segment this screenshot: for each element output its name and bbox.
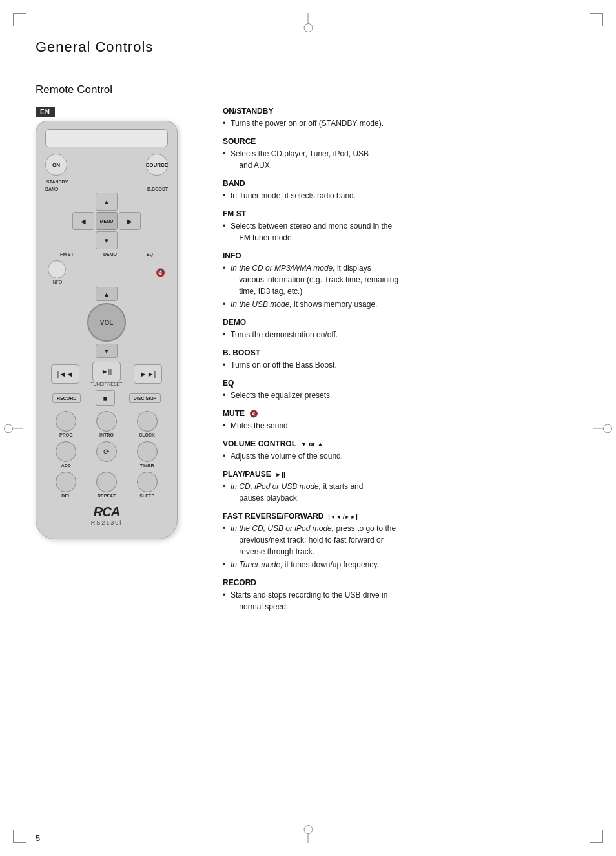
prog-button[interactable] xyxy=(56,411,76,432)
vol-up-button[interactable]: ▲ xyxy=(96,287,118,301)
desc-heading-demo: DEMO xyxy=(223,318,580,327)
desc-body-bboost: Turns on or off the Bass Boost. xyxy=(223,359,580,371)
desc-item: In Tuner mode, it tunes down/up frequenc… xyxy=(223,559,580,570)
info-button[interactable] xyxy=(48,260,66,278)
intro-btn-group: INTRO xyxy=(88,411,125,437)
desc-on-standby: ON/STANDBY Turns the power on or off (ST… xyxy=(223,107,580,129)
bottom-center-mark xyxy=(308,833,309,843)
del-btn-group: DEL xyxy=(48,472,85,498)
nav-right-button[interactable]: ▶ xyxy=(119,212,141,230)
desc-item: Turns on or off the Bass Boost. xyxy=(223,359,580,371)
top-center-mark xyxy=(308,13,309,23)
desc-body-playpause: In CD, iPod or USB mode, it starts and p… xyxy=(223,481,580,504)
nav-section: BAND B.BOOST ▲ ◀ MENU ▶ ▼ xyxy=(45,187,168,249)
desc-body-fastfwd: In the CD, USB or iPod mode, press to go… xyxy=(223,523,580,570)
en-badge: EN xyxy=(36,107,55,117)
nav-up-button[interactable]: ▲ xyxy=(96,193,118,211)
desc-volume: VOLUME CONTROL ▼ or ▲ Adjusts the volume… xyxy=(223,439,580,462)
desc-heading-record: RECORD xyxy=(223,578,580,587)
vol-knob[interactable]: VOL xyxy=(87,303,126,342)
tune-label: TUNE/PRESET xyxy=(90,382,122,386)
desc-body-demo: Turns the demonstration on/off. xyxy=(223,329,580,340)
clock-button[interactable] xyxy=(137,411,158,432)
desc-item: In the CD or MP3/WMA mode, it displays v… xyxy=(223,262,580,297)
desc-item: Turns the demonstration on/off. xyxy=(223,329,580,340)
disc-skip-button[interactable]: DISC SKIP xyxy=(129,393,161,403)
on-button[interactable]: ON xyxy=(45,154,67,176)
desc-heading-fastfwd: FAST REVERSE/FORWARD |◄◄ /►►| xyxy=(223,512,580,521)
desc-fastfwd: FAST REVERSE/FORWARD |◄◄ /►►| In the CD,… xyxy=(223,512,580,570)
playpause-btn-group: ►|| TUNE/PRESET xyxy=(90,362,122,386)
desc-body-band: In Tuner mode, it selects radio band. xyxy=(223,190,580,202)
nav-down-button[interactable]: ▼ xyxy=(96,231,118,249)
nav-empty-bl xyxy=(72,231,94,249)
record-button[interactable]: RECORD xyxy=(52,393,81,403)
rca-logo: RCA RS2130i xyxy=(45,505,168,526)
desc-item: Mutes the sound. xyxy=(223,420,580,432)
desc-item: Selects the equalizer presets. xyxy=(223,390,580,401)
stop-button[interactable]: ■ xyxy=(96,390,115,406)
right-center-mark xyxy=(593,428,603,428)
desc-demo: DEMO Turns the demonstration on/off. xyxy=(223,318,580,340)
desc-heading-playpause: PLAY/PAUSE ►|| xyxy=(223,470,580,479)
desc-heading-mute: MUTE 🔇 xyxy=(223,409,580,418)
nav-left-button[interactable]: ◀ xyxy=(72,212,94,230)
vol-down-button[interactable]: ▼ xyxy=(96,344,118,358)
desc-heading-bboost: B. BOOST xyxy=(223,348,580,357)
nav-empty-tr xyxy=(119,193,141,211)
desc-body-mute: Mutes the sound. xyxy=(223,420,580,432)
timer-btn-group: TIMER xyxy=(128,441,165,468)
info-btn-group: INFO xyxy=(48,260,66,284)
rca-brand: RCA xyxy=(45,505,168,519)
desc-info: INFO In the CD or MP3/WMA mode, it displ… xyxy=(223,251,580,310)
clock-btn-group: CLOCK xyxy=(128,411,165,437)
repeat-label: REPEAT xyxy=(98,494,116,498)
repeat-button[interactable] xyxy=(96,472,117,492)
desc-item: In CD, iPod or USB mode, it starts and p… xyxy=(223,481,580,504)
bboost-label: B.BOOST xyxy=(147,187,168,191)
desc-item: Starts and stops recording to the USB dr… xyxy=(223,589,580,612)
spiral-btn-group: ⟳ xyxy=(88,441,125,468)
timer-button[interactable] xyxy=(137,441,158,462)
playpause-button[interactable]: ►|| xyxy=(92,362,121,381)
desc-heading-band: BAND xyxy=(223,179,580,188)
sleep-button[interactable] xyxy=(137,472,158,492)
desc-record: RECORD Starts and stops recording to the… xyxy=(223,578,580,612)
desc-item: Selects between stereo and mono sound in… xyxy=(223,220,580,244)
prog-label: PROG xyxy=(59,433,73,437)
vol-arrows: ▼ or ▲ xyxy=(300,441,323,448)
corner-mark-bl xyxy=(13,830,26,843)
source-button[interactable]: SOURCE xyxy=(146,154,168,176)
del-button[interactable] xyxy=(56,472,76,492)
desc-heading-fmst: FM ST xyxy=(223,209,580,218)
add-button[interactable] xyxy=(56,441,76,462)
prev-button[interactable]: |◄◄ xyxy=(51,364,79,384)
on-source-row: ON SOURCE xyxy=(45,154,168,176)
main-layout: EN ON SOURCE STANDBY xyxy=(36,107,580,620)
next-button[interactable]: ►►| xyxy=(134,364,162,384)
desc-heading-volume: VOLUME CONTROL ▼ or ▲ xyxy=(223,439,580,448)
nav-cross: ▲ ◀ MENU ▶ ▼ xyxy=(45,193,168,249)
desc-body-volume: Adjusts the volume of the sound. xyxy=(223,450,580,462)
desc-item: Adjusts the volume of the sound. xyxy=(223,450,580,462)
separator xyxy=(36,74,580,74)
desc-eq: EQ Selects the equalizer presets. xyxy=(223,379,580,401)
repeat-btn-group: REPEAT xyxy=(88,472,125,498)
desc-bboost: B. BOOST Turns on or off the Bass Boost. xyxy=(223,348,580,371)
playpause-icon: ►|| xyxy=(275,471,285,478)
nav-menu-button[interactable]: MENU xyxy=(96,212,118,230)
spiral-button[interactable]: ⟳ xyxy=(96,441,117,462)
desc-body-on-standby: Turns the power on or off (STANDBY mode)… xyxy=(223,118,580,129)
desc-heading-on-standby: ON/STANDBY xyxy=(223,107,580,116)
descriptions-panel: ON/STANDBY Turns the power on or off (ST… xyxy=(223,107,580,620)
intro-button[interactable] xyxy=(96,411,117,432)
next-btn-group: ►►| xyxy=(134,364,162,384)
model-number: RS2130i xyxy=(45,519,168,526)
left-center-mark xyxy=(13,428,23,428)
eq-label: EQ xyxy=(147,252,153,256)
corner-mark-tl xyxy=(13,13,26,26)
desc-item: Turns the power on or off (STANDBY mode)… xyxy=(223,118,580,129)
mute-icon: 🔇 xyxy=(249,410,258,417)
add-label: ADD xyxy=(61,463,71,468)
desc-body-source: Selects the CD player, Tuner, iPod, USB … xyxy=(223,148,580,171)
